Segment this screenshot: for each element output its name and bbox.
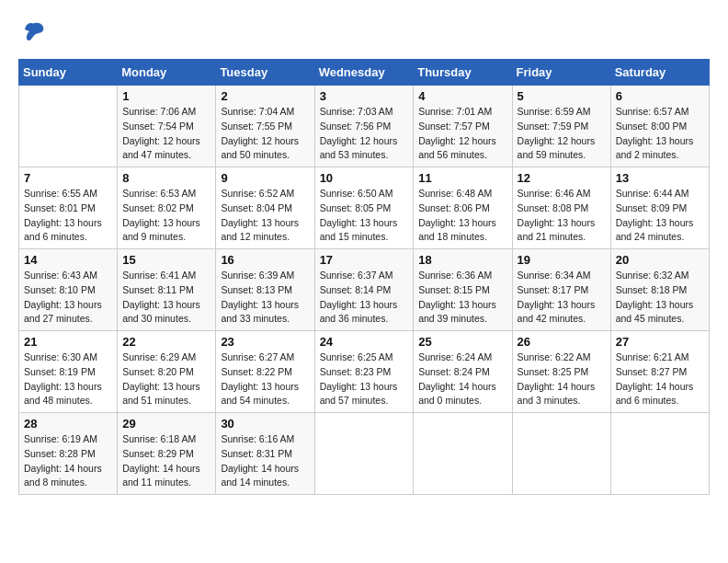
- calendar-cell: 2Sunrise: 7:04 AM Sunset: 7:55 PM Daylig…: [216, 86, 314, 167]
- day-number: 11: [418, 171, 506, 185]
- weekday-header-friday: Friday: [512, 60, 610, 86]
- day-info: Sunrise: 7:06 AM Sunset: 7:54 PM Dayligh…: [122, 105, 210, 163]
- weekday-header-monday: Monday: [118, 60, 216, 86]
- day-number: 21: [24, 335, 112, 349]
- calendar-cell: 27Sunrise: 6:21 AM Sunset: 8:27 PM Dayli…: [610, 331, 709, 413]
- weekday-header-wednesday: Wednesday: [314, 60, 414, 86]
- weekday-header-thursday: Thursday: [414, 60, 512, 86]
- calendar-cell: 11Sunrise: 6:48 AM Sunset: 8:06 PM Dayli…: [414, 167, 512, 249]
- calendar-cell: 7Sunrise: 6:55 AM Sunset: 8:01 PM Daylig…: [19, 167, 118, 249]
- logo-bird-icon: [20, 18, 46, 44]
- week-row-4: 21Sunrise: 6:30 AM Sunset: 8:19 PM Dayli…: [19, 331, 710, 413]
- calendar-cell: 19Sunrise: 6:34 AM Sunset: 8:17 PM Dayli…: [512, 249, 610, 331]
- day-info: Sunrise: 7:04 AM Sunset: 7:55 PM Dayligh…: [221, 105, 309, 163]
- day-info: Sunrise: 6:48 AM Sunset: 8:06 PM Dayligh…: [418, 187, 506, 245]
- day-number: 3: [320, 89, 409, 103]
- calendar-cell: 26Sunrise: 6:22 AM Sunset: 8:25 PM Dayli…: [512, 331, 610, 413]
- weekday-header-saturday: Saturday: [610, 60, 709, 86]
- calendar-cell: 25Sunrise: 6:24 AM Sunset: 8:24 PM Dayli…: [414, 331, 512, 413]
- day-info: Sunrise: 6:18 AM Sunset: 8:29 PM Dayligh…: [122, 432, 210, 490]
- page-header: [18, 18, 710, 44]
- day-number: 16: [221, 253, 309, 267]
- day-info: Sunrise: 6:34 AM Sunset: 8:17 PM Dayligh…: [518, 269, 606, 327]
- day-number: 27: [616, 335, 704, 349]
- week-row-1: 1Sunrise: 7:06 AM Sunset: 7:54 PM Daylig…: [19, 86, 710, 167]
- logo: [18, 18, 46, 44]
- day-number: 7: [24, 171, 112, 185]
- calendar-cell: 24Sunrise: 6:25 AM Sunset: 8:23 PM Dayli…: [314, 331, 414, 413]
- week-row-3: 14Sunrise: 6:43 AM Sunset: 8:10 PM Dayli…: [19, 249, 710, 331]
- day-number: 8: [122, 171, 210, 185]
- day-info: Sunrise: 6:59 AM Sunset: 7:59 PM Dayligh…: [518, 105, 606, 163]
- calendar-cell: 8Sunrise: 6:53 AM Sunset: 8:02 PM Daylig…: [118, 167, 216, 249]
- calendar-cell: [414, 413, 512, 495]
- day-number: 12: [518, 171, 606, 185]
- calendar-cell: 17Sunrise: 6:37 AM Sunset: 8:14 PM Dayli…: [314, 249, 414, 331]
- day-info: Sunrise: 6:25 AM Sunset: 8:23 PM Dayligh…: [320, 350, 409, 408]
- day-info: Sunrise: 6:53 AM Sunset: 8:02 PM Dayligh…: [122, 187, 210, 245]
- day-number: 28: [24, 417, 112, 431]
- day-info: Sunrise: 6:36 AM Sunset: 8:15 PM Dayligh…: [418, 269, 506, 327]
- day-number: 17: [320, 253, 409, 267]
- day-number: 19: [518, 253, 606, 267]
- day-info: Sunrise: 6:29 AM Sunset: 8:20 PM Dayligh…: [122, 350, 210, 408]
- calendar-cell: 3Sunrise: 7:03 AM Sunset: 7:56 PM Daylig…: [314, 86, 414, 167]
- day-info: Sunrise: 7:01 AM Sunset: 7:57 PM Dayligh…: [418, 105, 506, 163]
- calendar-cell: 16Sunrise: 6:39 AM Sunset: 8:13 PM Dayli…: [216, 249, 314, 331]
- calendar-cell: 14Sunrise: 6:43 AM Sunset: 8:10 PM Dayli…: [19, 249, 118, 331]
- calendar-cell: 28Sunrise: 6:19 AM Sunset: 8:28 PM Dayli…: [19, 413, 118, 495]
- week-row-5: 28Sunrise: 6:19 AM Sunset: 8:28 PM Dayli…: [19, 413, 710, 495]
- calendar-table: SundayMondayTuesdayWednesdayThursdayFrid…: [18, 59, 710, 495]
- calendar-cell: [610, 413, 709, 495]
- day-number: 1: [122, 89, 210, 103]
- day-info: Sunrise: 6:55 AM Sunset: 8:01 PM Dayligh…: [24, 187, 112, 245]
- day-number: 9: [221, 171, 309, 185]
- day-number: 22: [122, 335, 210, 349]
- day-number: 18: [418, 253, 506, 267]
- week-row-2: 7Sunrise: 6:55 AM Sunset: 8:01 PM Daylig…: [19, 167, 710, 249]
- calendar-cell: 23Sunrise: 6:27 AM Sunset: 8:22 PM Dayli…: [216, 331, 314, 413]
- calendar-cell: 30Sunrise: 6:16 AM Sunset: 8:31 PM Dayli…: [216, 413, 314, 495]
- day-number: 15: [122, 253, 210, 267]
- calendar-cell: 21Sunrise: 6:30 AM Sunset: 8:19 PM Dayli…: [19, 331, 118, 413]
- calendar-cell: 10Sunrise: 6:50 AM Sunset: 8:05 PM Dayli…: [314, 167, 414, 249]
- calendar-cell: 18Sunrise: 6:36 AM Sunset: 8:15 PM Dayli…: [414, 249, 512, 331]
- day-info: Sunrise: 6:57 AM Sunset: 8:00 PM Dayligh…: [616, 105, 704, 163]
- day-info: Sunrise: 6:24 AM Sunset: 8:24 PM Dayligh…: [418, 350, 506, 408]
- day-number: 26: [518, 335, 606, 349]
- calendar-cell: 29Sunrise: 6:18 AM Sunset: 8:29 PM Dayli…: [118, 413, 216, 495]
- calendar-cell: 22Sunrise: 6:29 AM Sunset: 8:20 PM Dayli…: [118, 331, 216, 413]
- calendar-cell: [314, 413, 414, 495]
- day-number: 30: [221, 417, 309, 431]
- calendar-cell: 13Sunrise: 6:44 AM Sunset: 8:09 PM Dayli…: [610, 167, 709, 249]
- calendar-cell: 5Sunrise: 6:59 AM Sunset: 7:59 PM Daylig…: [512, 86, 610, 167]
- day-info: Sunrise: 6:41 AM Sunset: 8:11 PM Dayligh…: [122, 269, 210, 327]
- day-number: 6: [616, 89, 704, 103]
- day-number: 13: [616, 171, 704, 185]
- day-info: Sunrise: 6:46 AM Sunset: 8:08 PM Dayligh…: [518, 187, 606, 245]
- day-info: Sunrise: 6:32 AM Sunset: 8:18 PM Dayligh…: [616, 269, 704, 327]
- day-info: Sunrise: 6:39 AM Sunset: 8:13 PM Dayligh…: [221, 269, 309, 327]
- calendar-cell: 12Sunrise: 6:46 AM Sunset: 8:08 PM Dayli…: [512, 167, 610, 249]
- day-info: Sunrise: 6:52 AM Sunset: 8:04 PM Dayligh…: [221, 187, 309, 245]
- day-info: Sunrise: 6:19 AM Sunset: 8:28 PM Dayligh…: [24, 432, 112, 490]
- day-info: Sunrise: 6:21 AM Sunset: 8:27 PM Dayligh…: [616, 350, 704, 408]
- calendar-cell: [19, 86, 118, 167]
- calendar-cell: 6Sunrise: 6:57 AM Sunset: 8:00 PM Daylig…: [610, 86, 709, 167]
- day-number: 20: [616, 253, 704, 267]
- day-number: 10: [320, 171, 409, 185]
- day-info: Sunrise: 6:16 AM Sunset: 8:31 PM Dayligh…: [221, 432, 309, 490]
- calendar-cell: 15Sunrise: 6:41 AM Sunset: 8:11 PM Dayli…: [118, 249, 216, 331]
- calendar-cell: 20Sunrise: 6:32 AM Sunset: 8:18 PM Dayli…: [610, 249, 709, 331]
- day-info: Sunrise: 6:22 AM Sunset: 8:25 PM Dayligh…: [518, 350, 606, 408]
- day-info: Sunrise: 6:44 AM Sunset: 8:09 PM Dayligh…: [616, 187, 704, 245]
- day-info: Sunrise: 7:03 AM Sunset: 7:56 PM Dayligh…: [320, 105, 409, 163]
- day-info: Sunrise: 6:27 AM Sunset: 8:22 PM Dayligh…: [221, 350, 309, 408]
- day-number: 4: [418, 89, 506, 103]
- day-info: Sunrise: 6:50 AM Sunset: 8:05 PM Dayligh…: [320, 187, 409, 245]
- day-info: Sunrise: 6:37 AM Sunset: 8:14 PM Dayligh…: [320, 269, 409, 327]
- calendar-cell: [512, 413, 610, 495]
- day-number: 29: [122, 417, 210, 431]
- day-info: Sunrise: 6:30 AM Sunset: 8:19 PM Dayligh…: [24, 350, 112, 408]
- day-number: 24: [320, 335, 409, 349]
